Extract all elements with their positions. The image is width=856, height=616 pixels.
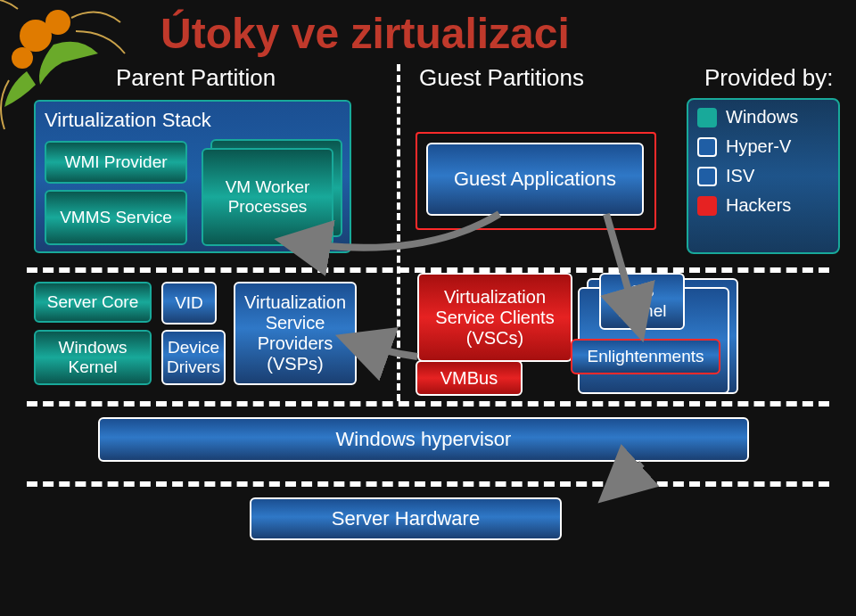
slide-title: Útoky ve zirtualizaci xyxy=(160,9,570,58)
windows-kernel-box: Windows Kernel xyxy=(34,330,152,385)
enlightenments-box: Enlightenments xyxy=(571,339,720,374)
vmbus-box: VMBus xyxy=(416,360,523,396)
windows-hypervisor-bar: Windows hypervisor xyxy=(98,417,749,462)
svg-point-1 xyxy=(45,10,70,35)
legend-isv: ISV xyxy=(726,166,754,186)
vmms-service-box: VMMS Service xyxy=(45,190,187,245)
swatch-hackers xyxy=(697,196,717,216)
virtualization-stack-header: Virtualization Stack xyxy=(45,109,211,132)
swatch-windows xyxy=(697,108,717,127)
provided-by-label: Provided by: xyxy=(704,64,834,92)
vscs-box: Virtualization Service Clients (VSCs) xyxy=(417,273,572,362)
vid-box: VID xyxy=(161,282,217,324)
parent-partition-label: Parent Partition xyxy=(116,64,276,92)
divider-hypervisor-hardware xyxy=(27,481,829,487)
server-core-box: Server Core xyxy=(34,282,152,323)
device-drivers-box: Device Drivers xyxy=(161,330,226,385)
svg-point-2 xyxy=(12,47,33,69)
provided-by-legend: Windows Hyper-V ISV Hackers xyxy=(687,98,840,254)
legend-hackers: Hackers xyxy=(726,195,791,216)
vm-worker-processes-box: VM Worker Processes xyxy=(202,148,333,246)
divider-kernel-hypervisor xyxy=(27,401,829,407)
legend-hyperv: Hyper-V xyxy=(726,136,791,157)
guest-applications-box: Guest Applications xyxy=(426,143,644,216)
os-kernel-box: OS Kernel xyxy=(599,273,685,330)
swatch-isv xyxy=(697,167,717,186)
guest-partitions-label: Guest Partitions xyxy=(419,64,584,92)
legend-windows: Windows xyxy=(726,107,798,127)
swatch-hyperv xyxy=(697,137,717,157)
server-hardware-bar: Server Hardware xyxy=(250,497,562,540)
vsps-box: Virtualization Service Providers (VSPs) xyxy=(234,282,357,385)
wmi-provider-box: WMI Provider xyxy=(45,141,187,184)
partition-divider xyxy=(397,64,400,401)
